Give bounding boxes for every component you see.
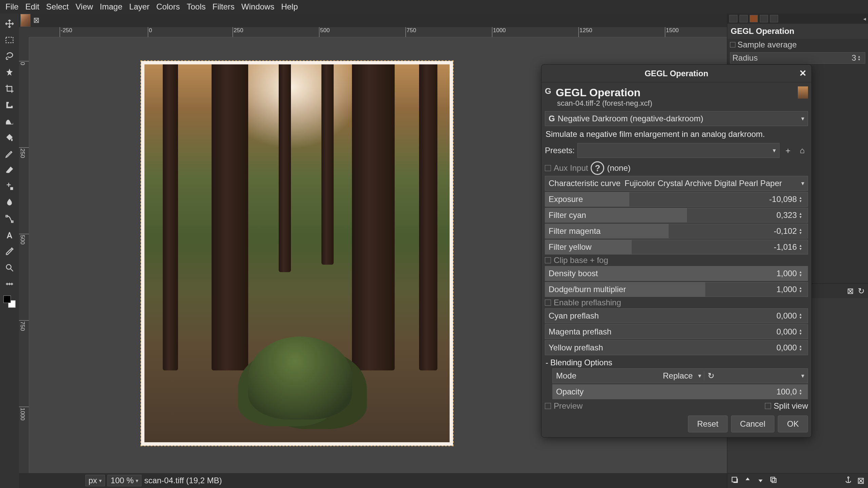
bucket-tool-icon[interactable] bbox=[3, 131, 16, 144]
enable-preflashing-checkbox[interactable] bbox=[545, 300, 551, 306]
preview-label: Preview bbox=[554, 401, 583, 411]
ruler-tick: 500 bbox=[319, 27, 330, 37]
toolbox bbox=[0, 14, 19, 488]
menu-filters[interactable]: Filters bbox=[209, 1, 238, 13]
dock-tab[interactable] bbox=[770, 15, 778, 22]
vertical-ruler[interactable]: 0 250 500 750 1000 bbox=[19, 37, 29, 473]
aux-input-value: (none) bbox=[607, 163, 630, 173]
close-panel-icon[interactable]: ⊠ bbox=[847, 286, 854, 296]
lasso-tool-icon[interactable] bbox=[3, 49, 16, 63]
ok-button[interactable]: OK bbox=[778, 415, 808, 432]
svg-point-7 bbox=[848, 477, 849, 478]
zoom-dropdown[interactable]: 100 %▾ bbox=[107, 475, 141, 486]
cyan-preflash-slider[interactable]: Cyan preflash 0,000 ▴▾ bbox=[545, 308, 808, 323]
menu-tools[interactable]: Tools bbox=[183, 1, 209, 13]
horizontal-ruler[interactable]: -250 0 250 500 750 1000 1250 1500 bbox=[29, 27, 727, 37]
document-tab-thumbnail[interactable] bbox=[20, 14, 31, 27]
image-frame bbox=[141, 61, 453, 446]
menu-view[interactable]: View bbox=[72, 1, 97, 13]
clip-base-fog-checkbox[interactable] bbox=[545, 257, 551, 263]
menu-colors[interactable]: Colors bbox=[153, 1, 183, 13]
new-layer-icon[interactable] bbox=[731, 476, 739, 486]
density-boost-slider[interactable]: Density boost 1,000 ▴▾ bbox=[545, 266, 808, 281]
svg-rect-5 bbox=[771, 477, 775, 481]
svg-point-3 bbox=[6, 265, 11, 269]
refresh-icon[interactable]: ↻ bbox=[858, 286, 865, 296]
menu-image[interactable]: Image bbox=[96, 1, 126, 13]
preset-save-icon[interactable]: ⌂ bbox=[796, 145, 808, 156]
svg-rect-1 bbox=[6, 216, 8, 217]
tool-options-title: GEGL Operation bbox=[727, 24, 868, 39]
dock-tab-active[interactable] bbox=[750, 15, 758, 22]
blending-options-header[interactable]: - Blending Options bbox=[546, 358, 808, 367]
aux-input-checkbox[interactable] bbox=[545, 165, 551, 171]
menu-edit[interactable]: Edit bbox=[22, 1, 43, 13]
aux-input-help-icon[interactable]: ? bbox=[591, 161, 604, 175]
raise-layer-icon[interactable] bbox=[744, 476, 752, 486]
dock-menu-icon[interactable]: ◂ bbox=[863, 16, 866, 22]
split-view-checkbox[interactable] bbox=[765, 403, 771, 409]
move-tool-icon[interactable] bbox=[3, 17, 16, 30]
menu-bar: File Edit Select View Image Layer Colors… bbox=[0, 0, 868, 14]
warp-tool-icon[interactable] bbox=[3, 115, 16, 128]
eraser-tool-icon[interactable] bbox=[3, 163, 16, 177]
smudge-tool-icon[interactable] bbox=[3, 196, 16, 209]
operation-select[interactable]: G Negative Darkroom (negative-darkroom) … bbox=[545, 111, 808, 126]
svg-rect-4 bbox=[732, 477, 737, 482]
unit-dropdown[interactable]: px▾ bbox=[85, 475, 105, 486]
menu-windows[interactable]: Windows bbox=[238, 1, 278, 13]
split-view-label: Split view bbox=[774, 401, 808, 411]
svg-rect-6 bbox=[772, 479, 776, 483]
filter-yellow-slider[interactable]: Filter yellow -1,016 ▴▾ bbox=[545, 240, 808, 255]
transform-tool-icon[interactable] bbox=[3, 98, 16, 112]
menu-layer[interactable]: Layer bbox=[126, 1, 153, 13]
dialog-subheading: scan-04.tiff-2 (forest-neg.xcf) bbox=[556, 99, 652, 108]
opacity-slider[interactable]: Opacity 100,0 ▴▾ bbox=[552, 384, 808, 399]
dock-tab[interactable] bbox=[729, 15, 737, 22]
preview-checkbox[interactable] bbox=[545, 403, 551, 409]
fg-bg-color[interactable] bbox=[3, 296, 16, 308]
anchor-layer-icon[interactable] bbox=[844, 476, 852, 486]
pencil-tool-icon[interactable] bbox=[3, 147, 16, 161]
yellow-preflash-slider[interactable]: Yellow preflash 0,000 ▴▾ bbox=[545, 340, 808, 355]
presets-label: Presets: bbox=[545, 146, 575, 155]
duplicate-layer-icon[interactable] bbox=[769, 476, 777, 486]
menu-select[interactable]: Select bbox=[43, 1, 72, 13]
menu-file[interactable]: File bbox=[2, 1, 22, 13]
sample-average-checkbox[interactable] bbox=[730, 42, 735, 47]
delete-layer-icon[interactable]: ⊠ bbox=[857, 475, 865, 486]
path-tool-icon[interactable] bbox=[3, 212, 16, 226]
characteristic-curve-select[interactable]: Characteristic curve Fujicolor Crystal A… bbox=[545, 176, 808, 191]
preset-add-icon[interactable]: ＋ bbox=[782, 145, 794, 156]
exposure-slider[interactable]: Exposure -10,098 ▴▾ bbox=[545, 192, 808, 207]
radius-spinner[interactable]: Radius 3 ▴▾ bbox=[730, 52, 865, 64]
magenta-preflash-slider[interactable]: Magenta preflash 0,000 ▴▾ bbox=[545, 324, 808, 339]
clone-tool-icon[interactable] bbox=[3, 180, 16, 193]
text-tool-icon[interactable] bbox=[3, 228, 16, 242]
color-picker-tool-icon[interactable] bbox=[3, 245, 16, 258]
ruler-tick: 250 bbox=[233, 27, 243, 37]
menu-help[interactable]: Help bbox=[278, 1, 301, 13]
status-bar: px▾ 100 %▾ scan-04.tiff (19,2 MB) bbox=[19, 473, 727, 488]
crop-tool-icon[interactable] bbox=[3, 82, 16, 96]
dock-tabs-top: ◂ bbox=[727, 14, 868, 24]
measure-tool-icon[interactable] bbox=[3, 277, 16, 291]
operation-description: Simulate a negative film enlargement in … bbox=[545, 127, 808, 141]
dodge-burn-slider[interactable]: Dodge/burn multiplier 1,000 ▴▾ bbox=[545, 282, 808, 297]
fuzzy-select-tool-icon[interactable] bbox=[3, 66, 16, 79]
filter-cyan-slider[interactable]: Filter cyan 0,323 ▴▾ bbox=[545, 208, 808, 223]
cancel-button[interactable]: Cancel bbox=[731, 415, 775, 432]
lower-layer-icon[interactable] bbox=[756, 476, 765, 486]
close-tab-icon[interactable]: ⊠ bbox=[33, 16, 39, 25]
zoom-tool-icon[interactable] bbox=[3, 261, 16, 274]
dialog-close-icon[interactable]: ✕ bbox=[799, 68, 807, 79]
presets-select[interactable]: ▾ bbox=[577, 143, 780, 158]
dock-tab[interactable] bbox=[760, 15, 768, 22]
blend-mode-select[interactable]: Mode Replace ▾ ↻ ▾ bbox=[552, 368, 808, 383]
aux-input-label: Aux Input bbox=[554, 163, 588, 173]
dialog-titlebar[interactable]: GEGL Operation ✕ bbox=[541, 65, 811, 82]
filter-magenta-slider[interactable]: Filter magenta -0,102 ▴▾ bbox=[545, 224, 808, 239]
rect-select-tool-icon[interactable] bbox=[3, 33, 16, 47]
dock-tab[interactable] bbox=[739, 15, 748, 22]
reset-button[interactable]: Reset bbox=[688, 415, 728, 432]
